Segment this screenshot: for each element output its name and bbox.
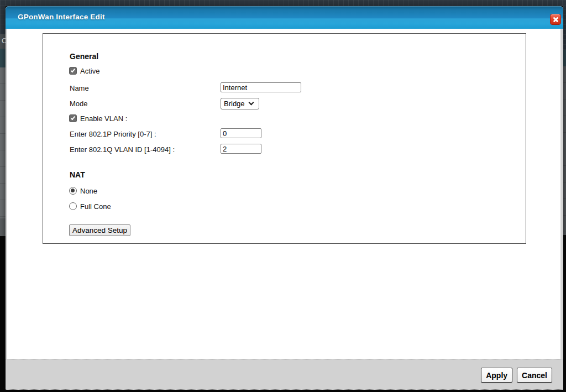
background-table-header [0, 49, 6, 67]
screen: C GPonWan Interface Edit General [0, 0, 566, 392]
gponwan-interface-edit-dialog: GPonWan Interface Edit General Active Na… [6, 6, 563, 390]
dialog-titlebar: GPonWan Interface Edit [6, 6, 563, 29]
background-partial-glyph: C [2, 36, 6, 45]
nat-option-none-row[interactable]: None [69, 186, 97, 196]
check-icon [71, 68, 75, 73]
mode-label: Mode [70, 100, 88, 108]
active-checkbox-row[interactable]: Active [69, 66, 99, 76]
background-banner [563, 6, 566, 50]
vlan-id-label: Enter 802.1Q VLAN ID [1-4094] : [70, 145, 175, 154]
background-partial-text: C [0, 34, 6, 49]
enable-vlan-checkbox-row[interactable]: Enable VLAN : [69, 113, 127, 123]
nat-none-radio[interactable] [69, 187, 77, 195]
background-page-right [563, 6, 566, 392]
vlan-id-input[interactable] [221, 144, 261, 154]
background-lower-area [563, 235, 566, 392]
background-table-header [563, 50, 566, 66]
nat-fullcone-label: Full Cone [80, 202, 111, 211]
enable-vlan-checkbox[interactable] [69, 114, 77, 122]
cancel-button[interactable]: Cancel [517, 368, 552, 383]
name-input[interactable] [221, 82, 301, 92]
background-table-footer [0, 218, 6, 236]
check-icon [71, 116, 75, 121]
name-label: Name [70, 84, 89, 93]
settings-group-box: General Active Name Mode Bridge [43, 33, 526, 244]
background-table-rows [563, 66, 566, 235]
background-table-rows [0, 67, 6, 218]
nat-fullcone-radio[interactable] [69, 202, 77, 210]
background-lower-area [0, 236, 6, 392]
background-page-top [0, 0, 566, 6]
close-icon[interactable] [550, 14, 561, 25]
active-label: Active [80, 67, 99, 75]
section-heading-general: General [70, 52, 98, 61]
section-heading-nat: NAT [70, 170, 85, 180]
active-checkbox[interactable] [69, 67, 77, 75]
mode-selected-value: Bridge [224, 100, 245, 108]
priority-input[interactable] [221, 128, 261, 138]
nat-none-label: None [80, 187, 97, 195]
enable-vlan-label: Enable VLAN : [80, 114, 127, 123]
nat-option-fullcone-row[interactable]: Full Cone [69, 201, 111, 211]
priority-label: Enter 802.1P Priority [0-7] : [70, 130, 156, 139]
mode-select[interactable]: Bridge [221, 98, 259, 109]
dialog-title: GPonWan Interface Edit [18, 6, 105, 28]
background-banner [0, 6, 6, 34]
apply-button[interactable]: Apply [481, 368, 512, 383]
dialog-button-pane: Apply Cancel [6, 359, 563, 390]
dialog-content: General Active Name Mode Bridge [7, 29, 560, 359]
chevron-down-icon [248, 100, 254, 106]
background-page-left: C [0, 6, 6, 392]
advanced-setup-button[interactable]: Advanced Setup [69, 224, 130, 236]
